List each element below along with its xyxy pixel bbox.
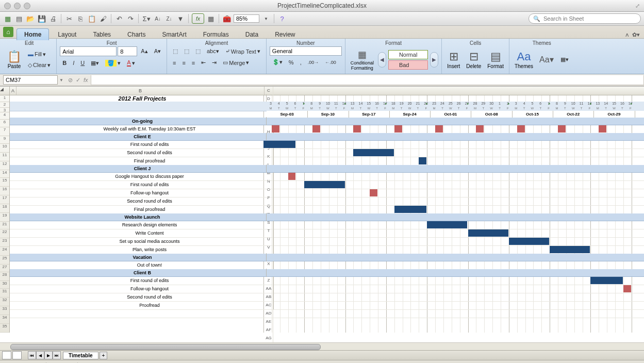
font-size-select[interactable] — [118, 46, 137, 56]
undo-icon[interactable]: ↶ — [114, 14, 124, 23]
font-color-button[interactable]: A▾ — [124, 58, 137, 68]
style-normal[interactable]: Normal — [388, 50, 428, 59]
conditional-formatting-button[interactable]: ▦Conditional Formatting — [349, 48, 376, 72]
next-sheet-icon[interactable]: ▶ — [44, 351, 53, 359]
sheet-tab-timetable[interactable]: Timetable — [63, 352, 98, 359]
col-C[interactable]: C — [265, 87, 273, 95]
row-10[interactable]: First round of edits — [10, 140, 644, 149]
styles-prev-button[interactable]: ◀ — [378, 52, 386, 68]
row-14[interactable]: Client J — [10, 165, 644, 173]
borders-button[interactable]: ▦▾ — [88, 58, 102, 68]
row-32[interactable]: Follow-up hangout — [10, 285, 644, 293]
decrease-decimal-button[interactable]: ←.00 — [322, 57, 339, 67]
ribbon-settings-icon[interactable]: ✿▾ — [632, 31, 640, 38]
zoom-dropdown-icon[interactable]: ▼ — [261, 14, 271, 23]
font-name-select[interactable] — [60, 46, 117, 56]
row-22[interactable]: Research design elements — [10, 221, 644, 229]
scrollbar-thumb[interactable] — [10, 344, 321, 350]
row-headers[interactable]: 1234679101112141516171819212223242527283… — [0, 95, 10, 333]
toolbox-icon[interactable]: 🧰 — [222, 14, 232, 23]
accounting-button[interactable]: 💲▾ — [270, 57, 285, 67]
theme-fonts-button[interactable]: Aa▾ — [537, 54, 556, 65]
row-9[interactable]: Client E — [10, 133, 644, 141]
open-icon[interactable]: 📂 — [26, 14, 35, 23]
theme-colors-button[interactable]: ▦▾ — [558, 55, 571, 64]
row-30[interactable]: Client B — [10, 269, 644, 277]
cancel-formula-icon[interactable]: ⊘ — [68, 77, 73, 84]
save-icon[interactable]: 💾 — [37, 14, 46, 23]
autosum-icon[interactable]: Σ▾ — [142, 14, 151, 23]
indent-increase-button[interactable]: ⇥ — [209, 58, 219, 68]
row-34[interactable]: Proofread — [10, 301, 644, 310]
prev-sheet-icon[interactable]: ◀ — [36, 351, 44, 359]
underline-button[interactable]: U — [78, 58, 87, 68]
zoom-input[interactable] — [234, 14, 259, 23]
merge-button[interactable]: ▭ Merge▾ — [220, 58, 252, 68]
align-right-button[interactable]: ≡ — [189, 58, 197, 68]
shrink-font-button[interactable]: A▾ — [152, 46, 163, 56]
redo-icon[interactable]: ↷ — [126, 14, 135, 23]
row-27[interactable]: Vacation — [10, 254, 644, 261]
themes-button[interactable]: AaThemes — [513, 49, 535, 70]
col-A[interactable]: A — [10, 87, 16, 95]
number-format-select[interactable] — [270, 46, 342, 56]
percent-button[interactable]: % — [286, 57, 296, 67]
copy-icon[interactable]: ⎘ — [76, 14, 85, 23]
paste-button[interactable]: 📋Paste — [5, 49, 23, 70]
normal-view-icon[interactable] — [2, 351, 11, 359]
fill-button[interactable]: ▬Fill▾ — [25, 50, 53, 59]
fill-color-button[interactable]: 🪣▾ — [103, 58, 123, 68]
row-16[interactable]: First round of edits — [10, 180, 644, 189]
last-sheet-icon[interactable]: ⏭ — [53, 351, 61, 359]
col-AG[interactable]: AG — [265, 334, 273, 342]
row-21[interactable]: Website Launch — [10, 213, 644, 221]
print-icon[interactable]: 🖨 — [48, 14, 58, 23]
align-bottom-button[interactable]: ⬚ — [193, 46, 203, 56]
namebox-dropdown-icon[interactable]: ▼ — [58, 78, 65, 82]
page-layout-view-icon[interactable] — [12, 351, 22, 359]
add-sheet-button[interactable]: + — [100, 352, 108, 359]
row-11[interactable]: Second round of edits — [10, 148, 644, 157]
row-18[interactable]: Second round of edits — [10, 197, 644, 206]
select-all-corner[interactable]: ◢ — [0, 87, 10, 95]
align-middle-button[interactable]: ⬚ — [181, 46, 192, 56]
bold-button[interactable]: B — [60, 58, 69, 68]
align-left-button[interactable]: ≡ — [170, 58, 178, 68]
increase-decimal-button[interactable]: .00→ — [305, 57, 322, 67]
new-workbook-icon[interactable]: ▤ — [14, 14, 24, 23]
row-24[interactable]: Set up social media accounts — [10, 237, 644, 246]
row-6[interactable]: On-going — [10, 118, 644, 125]
search-box[interactable]: 🔍 — [529, 13, 641, 24]
horizontal-scrollbar[interactable] — [0, 342, 644, 350]
ribbon-collapse-icon[interactable]: ʌ — [625, 31, 629, 38]
row-35[interactable] — [10, 309, 644, 318]
row-33[interactable]: Second round of edits — [10, 293, 644, 302]
orientation-button[interactable]: abc▾ — [204, 46, 222, 56]
grow-font-button[interactable]: A▴ — [138, 46, 150, 56]
format-painter-icon[interactable]: 🖌 — [98, 14, 108, 23]
first-sheet-icon[interactable]: ⏮ — [28, 351, 36, 359]
row-23[interactable]: Write Content — [10, 229, 644, 238]
align-top-button[interactable]: ⬚ — [170, 46, 180, 56]
clear-button[interactable]: ◇Clear▾ — [25, 60, 53, 70]
sort-asc-icon[interactable]: A↓ — [153, 14, 162, 23]
name-box[interactable] — [3, 75, 58, 85]
delete-cells-button[interactable]: ⊟Delete — [464, 49, 483, 70]
sort-desc-icon[interactable]: Z↓ — [164, 14, 174, 23]
formula-input[interactable] — [91, 75, 644, 85]
style-bad[interactable]: Bad — [388, 60, 428, 70]
row-17[interactable]: Follow-up hangout — [10, 189, 644, 197]
wrap-text-button[interactable]: ⤶ Wrap Text▾ — [223, 46, 263, 56]
paste-icon[interactable]: 📋 — [87, 14, 96, 23]
show-gridlines-icon[interactable]: ▦ — [206, 14, 216, 23]
search-input[interactable] — [542, 15, 636, 22]
filter-icon[interactable]: ▼ — [176, 14, 185, 23]
row-15[interactable]: Google Hangout to discuss paper — [10, 172, 644, 181]
italic-button[interactable]: I — [70, 58, 77, 68]
fx-icon[interactable]: fx — [84, 77, 88, 84]
help-icon[interactable]: ? — [277, 14, 287, 23]
row-31[interactable]: First round of edits — [10, 276, 644, 285]
styles-next-button[interactable]: ▶ — [430, 52, 438, 68]
home-icon[interactable]: ⌂ — [3, 27, 13, 37]
align-center-button[interactable]: ≡ — [179, 58, 188, 68]
